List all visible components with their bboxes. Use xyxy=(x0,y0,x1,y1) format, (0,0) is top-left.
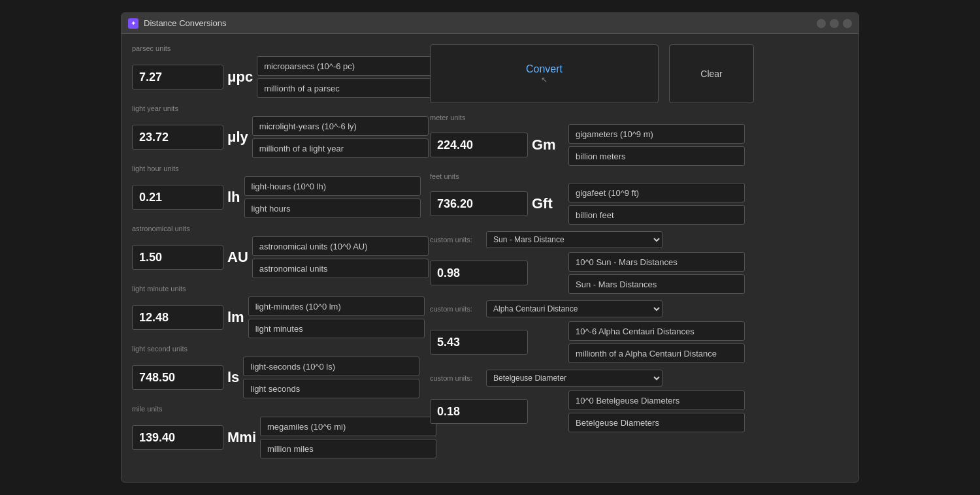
custom2-row: 10^-6 Alpha Centauri Distances millionth… xyxy=(430,321,848,363)
lightsecond-row: ls light-seconds (10^0 ls) light seconds xyxy=(132,357,419,398)
astronomical-buttons: astronomical units (10^0 AU) astronomica… xyxy=(252,236,429,278)
custom2-buttons: 10^-6 Alpha Centauri Distances millionth… xyxy=(568,321,745,363)
mile-group: mile units Mmi megamiles (10^6 mi) milli… xyxy=(132,405,419,458)
parsec-input[interactable] xyxy=(132,65,223,89)
lightyear-buttons: microlight-years (10^-6 ly) millionth of… xyxy=(252,116,429,158)
lightsecond-input[interactable] xyxy=(132,365,223,390)
custom3-header-row: custom units: Betelgeuse DiameterSun Dia… xyxy=(430,370,848,387)
clear-area[interactable]: Clear xyxy=(669,44,754,103)
lightyear-row: μly microlight-years (10^-6 ly) milliont… xyxy=(132,116,419,158)
astronomical-row: AU astronomical units (10^0 AU) astronom… xyxy=(132,236,419,278)
lighthour-label: light hour units xyxy=(132,165,419,172)
lightsecond-buttons: light-seconds (10^0 ls) light seconds xyxy=(243,357,419,398)
parsec-label: parsec units xyxy=(132,44,419,52)
convert-area[interactable]: Convert ↖ xyxy=(430,44,659,103)
lighthour-buttons: light-hours (10^0 lh) light hours xyxy=(244,176,421,218)
meter-btn1[interactable]: gigameters (10^9 m) xyxy=(568,124,745,144)
right-panel: Convert ↖ Clear meter units Gm gigameter… xyxy=(430,44,848,458)
left-panel: parsec units μpc microparsecs (10^-6 pc)… xyxy=(132,44,419,458)
clear-label[interactable]: Clear xyxy=(700,69,722,79)
parsec-buttons: microparsecs (10^-6 pc) millionth of a p… xyxy=(257,56,433,98)
custom2-btn2[interactable]: millionth of a Alpha Centauri Distance xyxy=(568,343,745,363)
lightyear-group: light year units μly microlight-years (1… xyxy=(132,104,419,158)
lightminute-label: light minute units xyxy=(132,285,419,293)
convert-label[interactable]: Convert xyxy=(526,63,563,75)
mile-input[interactable] xyxy=(132,425,223,450)
feet-section: feet units Gft gigafeet (10^9 ft) billio… xyxy=(430,172,848,225)
lightyear-label: light year units xyxy=(132,104,419,112)
custom3-buttons: 10^0 Betelgeuse Diameters Betelgeuse Dia… xyxy=(568,391,745,432)
feet-buttons: gigafeet (10^9 ft) billion feet xyxy=(568,183,745,225)
mile-btn2[interactable]: million miles xyxy=(260,439,436,458)
lightsecond-group: light second units ls light-seconds (10^… xyxy=(132,345,419,398)
lightsecond-btn1[interactable]: light-seconds (10^0 ls) xyxy=(243,357,419,376)
lighthour-row: lh light-hours (10^0 lh) light hours xyxy=(132,176,419,218)
lightsecond-symbol: ls xyxy=(227,369,239,386)
custom3-input[interactable] xyxy=(430,399,528,424)
lighthour-input[interactable] xyxy=(132,185,223,210)
feet-row: Gft gigafeet (10^9 ft) billion feet xyxy=(430,183,848,225)
convert-cursor: ↖ xyxy=(541,75,547,84)
meter-symbol: Gm xyxy=(532,136,564,153)
astronomical-btn1[interactable]: astronomical units (10^0 AU) xyxy=(252,236,429,256)
minimize-button[interactable] xyxy=(817,19,826,28)
custom1-row: 10^0 Sun - Mars Distances Sun - Mars Dis… xyxy=(430,252,848,294)
custom1-select[interactable]: Sun - Mars DistanceSun - Earth DistanceS… xyxy=(486,231,662,248)
astronomical-btn2[interactable]: astronomical units xyxy=(252,259,429,278)
lightminute-input[interactable] xyxy=(132,305,223,330)
mile-symbol: Mmi xyxy=(227,429,256,446)
lightyear-btn1[interactable]: microlight-years (10^-6 ly) xyxy=(252,116,429,136)
lightminute-group: light minute units lm light-minutes (10^… xyxy=(132,285,419,338)
custom1-header-row: custom units: Sun - Mars DistanceSun - E… xyxy=(430,231,848,248)
custom2-btn1[interactable]: 10^-6 Alpha Centauri Distances xyxy=(568,321,745,341)
lightsecond-btn2[interactable]: light seconds xyxy=(243,379,419,398)
window-title: Distance Conversions xyxy=(144,18,811,28)
custom1-label: custom units: xyxy=(430,236,482,244)
custom2-label: custom units: xyxy=(430,305,482,313)
meter-section-label: meter units xyxy=(430,114,848,121)
mile-row: Mmi megamiles (10^6 mi) million miles xyxy=(132,417,419,458)
lightminute-btn1[interactable]: light-minutes (10^0 lm) xyxy=(248,296,425,316)
window-controls xyxy=(817,19,852,28)
feet-btn1[interactable]: gigafeet (10^9 ft) xyxy=(568,183,745,202)
custom3-select[interactable]: Betelgeuse DiameterSun DiameterEarth Dia… xyxy=(486,370,662,387)
feet-input[interactable] xyxy=(430,191,528,216)
lightminute-btn2[interactable]: light minutes xyxy=(248,319,425,338)
lightyear-input[interactable] xyxy=(132,125,223,150)
custom2-select[interactable]: Alpha Centauri DistanceProxima Centauri … xyxy=(486,300,662,317)
astronomical-group: astronomical units AU astronomical units… xyxy=(132,225,419,278)
custom3-btn1[interactable]: 10^0 Betelgeuse Diameters xyxy=(568,391,745,410)
parsec-row: μpc microparsecs (10^-6 pc) millionth of… xyxy=(132,56,419,98)
mile-buttons: megamiles (10^6 mi) million miles xyxy=(260,417,436,458)
custom2-header-row: custom units: Alpha Centauri DistancePro… xyxy=(430,300,848,317)
meter-btn2[interactable]: billion meters xyxy=(568,146,745,166)
meter-buttons: gigameters (10^9 m) billion meters xyxy=(568,124,745,166)
astronomical-input[interactable] xyxy=(132,245,223,270)
meter-section: meter units Gm gigameters (10^9 m) billi… xyxy=(430,114,848,166)
custom1-section: custom units: Sun - Mars DistanceSun - E… xyxy=(430,231,848,294)
mile-label: mile units xyxy=(132,405,419,413)
close-button[interactable] xyxy=(843,19,852,28)
mile-btn1[interactable]: megamiles (10^6 mi) xyxy=(260,417,436,436)
lightminute-symbol: lm xyxy=(227,309,244,326)
lighthour-symbol: lh xyxy=(227,189,240,206)
lightyear-btn2[interactable]: millionth of a light year xyxy=(252,138,429,158)
meter-input[interactable] xyxy=(430,133,528,157)
custom1-btn1[interactable]: 10^0 Sun - Mars Distances xyxy=(568,252,745,272)
lighthour-btn1[interactable]: light-hours (10^0 lh) xyxy=(244,176,421,196)
custom3-btn2[interactable]: Betelgeuse Diameters xyxy=(568,413,745,432)
convert-button[interactable]: Convert ↖ xyxy=(526,63,563,84)
custom2-input[interactable] xyxy=(430,330,528,355)
parsec-btn1[interactable]: microparsecs (10^-6 pc) xyxy=(257,56,433,76)
maximize-button[interactable] xyxy=(830,19,839,28)
custom1-input[interactable] xyxy=(430,261,528,285)
feet-btn2[interactable]: billion feet xyxy=(568,205,745,225)
astronomical-symbol: AU xyxy=(227,249,248,266)
meter-row: Gm gigameters (10^9 m) billion meters xyxy=(430,124,848,166)
parsec-btn2[interactable]: millionth of a parsec xyxy=(257,78,433,98)
parsec-symbol: μpc xyxy=(227,69,253,86)
custom2-section: custom units: Alpha Centauri DistancePro… xyxy=(430,300,848,363)
custom1-btn2[interactable]: Sun - Mars Distances xyxy=(568,274,745,294)
lighthour-group: light hour units lh light-hours (10^0 lh… xyxy=(132,165,419,218)
lighthour-btn2[interactable]: light hours xyxy=(244,199,421,218)
